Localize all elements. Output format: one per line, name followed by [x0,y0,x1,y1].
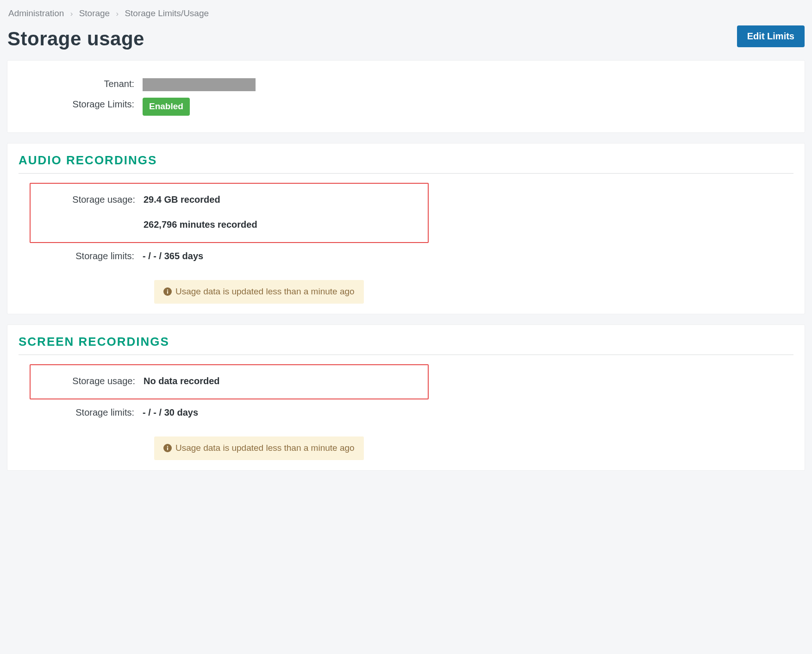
audio-limits-label: Storage limits: [19,249,143,262]
screen-update-alert: Usage data is updated less than a minute… [154,436,364,460]
info-icon [163,287,172,296]
tenant-value-redacted [143,78,256,91]
screen-limits-label: Storage limits: [19,406,143,419]
tenant-card: Tenant: Storage Limits: Enabled [7,61,805,132]
screen-update-text: Usage data is updated less than a minute… [175,442,355,455]
screen-usage-highlight: Storage usage: No data recorded [30,364,429,399]
audio-usage-gb: 29.4 GB recorded [144,193,257,206]
audio-section-title: AUDIO RECORDINGS [19,152,793,174]
audio-limits-value: - / - / 365 days [143,249,203,262]
screen-usage-value: No data recorded [144,374,219,387]
audio-usage-highlight: Storage usage: 29.4 GB recorded 262,796 … [30,183,429,243]
audio-usage-label: Storage usage: [31,193,144,206]
audio-usage-minutes: 262,796 minutes recorded [144,218,257,231]
audio-recordings-card: AUDIO RECORDINGS Storage usage: 29.4 GB … [7,143,805,314]
crumb-storage-limits-usage[interactable]: Storage Limits/Usage [125,8,209,18]
svg-rect-1 [167,291,168,294]
crumb-administration[interactable]: Administration [8,8,64,18]
screen-usage-label: Storage usage: [31,374,144,387]
chevron-right-icon: › [70,8,73,19]
tenant-label: Tenant: [19,77,143,90]
svg-rect-4 [167,448,168,450]
breadcrumb: Administration › Storage › Storage Limit… [8,7,805,20]
svg-rect-2 [167,290,168,291]
page-title: Storage usage [7,25,144,53]
storage-limits-enabled-badge: Enabled [143,98,190,116]
screen-limits-value: - / - / 30 days [143,406,198,419]
audio-update-text: Usage data is updated less than a minute… [175,286,355,298]
screen-recordings-card: SCREEN RECORDINGS Storage usage: No data… [7,325,805,470]
audio-update-alert: Usage data is updated less than a minute… [154,280,364,304]
crumb-storage[interactable]: Storage [79,8,110,18]
chevron-right-icon: › [116,8,119,19]
screen-section-title: SCREEN RECORDINGS [19,333,793,355]
svg-rect-5 [167,446,168,447]
storage-limits-label: Storage Limits: [19,98,143,111]
edit-limits-button[interactable]: Edit Limits [737,25,805,47]
info-icon [163,444,172,452]
